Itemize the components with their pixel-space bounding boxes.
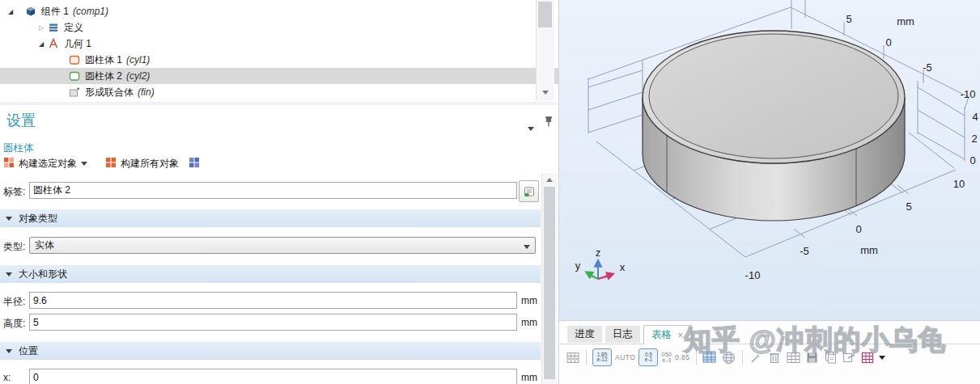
pin-icon[interactable]	[544, 116, 554, 131]
cylinder1-icon	[68, 53, 81, 66]
scroll-up-button[interactable]	[542, 173, 557, 186]
full-precision-label2: e-12	[596, 357, 607, 363]
new-table-icon[interactable]	[860, 350, 876, 365]
settings-toolbar: 构建选定对象 构建所有对象	[3, 155, 200, 171]
full-precision-button[interactable]: 1.85 e-12	[592, 348, 612, 366]
tree-item-tag: (cyl1)	[126, 54, 150, 65]
combo-arrow-icon[interactable]	[524, 245, 530, 249]
cylinder2-icon	[68, 70, 81, 82]
tree-item-label: 定义	[64, 21, 83, 35]
settings-menu-icon[interactable]	[528, 120, 534, 134]
type-select[interactable]: 实体	[29, 237, 536, 254]
z-tick-4: 4	[972, 111, 978, 123]
table-view-icon[interactable]	[702, 350, 718, 365]
triad-z-label: z	[596, 247, 601, 259]
x-input[interactable]	[29, 369, 517, 384]
tree-item-cylinder1[interactable]: 圆柱体 1 (cyl1)	[0, 52, 604, 68]
z-tick-0: 0	[969, 154, 975, 167]
decimal-format-button[interactable]: 0.85	[675, 353, 690, 361]
tab-table[interactable]: 表格 ×	[643, 325, 692, 344]
tree-item-definitions[interactable]: ▷ 定义	[0, 19, 573, 36]
x-caption: x:	[3, 372, 11, 383]
geometry-grid-icon[interactable]	[189, 157, 200, 171]
x-unit: mm	[521, 372, 537, 383]
radius-input[interactable]	[29, 292, 517, 309]
expander-icon[interactable]: ◢	[6, 8, 15, 15]
cylinder-3d-object[interactable]	[643, 31, 905, 221]
settings-node-type: 圆柱体	[3, 141, 34, 155]
build-selected-button[interactable]: 构建选定对象	[19, 157, 77, 171]
triad-y-label: y	[575, 260, 581, 272]
x-tick-minus5: -5	[800, 245, 809, 257]
form-union-icon: *	[68, 86, 81, 99]
rename-button[interactable]	[519, 180, 539, 202]
copy-table-icon[interactable]	[823, 350, 838, 365]
expander-icon[interactable]: ▷	[37, 24, 45, 32]
tab-progress[interactable]: 进度	[567, 326, 602, 343]
label-input[interactable]	[29, 182, 517, 199]
svg-text:*: *	[77, 86, 80, 94]
tree-item-label: 几何 1	[64, 37, 91, 51]
precision-settings-icon[interactable]	[565, 350, 580, 365]
auto-precision-button[interactable]: AUTO	[615, 353, 635, 361]
table-grid-icon[interactable]	[786, 350, 801, 365]
definitions-list-icon	[47, 21, 60, 34]
x-tick-minus10: -10	[745, 269, 761, 281]
build-all-icon	[105, 157, 117, 171]
model-tree-panel: ◢ 组件 1 (comp1) ▷ 定义 ◢ 几何 1 圆柱体 1	[0, 0, 557, 105]
type-select-value: 实体	[35, 238, 54, 252]
tree-item-geometry1[interactable]: ◢ 几何 1	[0, 36, 573, 52]
y-tick-minus5: -5	[923, 61, 932, 74]
height-input[interactable]	[29, 314, 517, 331]
section-title: 位置	[19, 344, 38, 358]
section-title: 大小和形状	[19, 268, 67, 281]
tree-item-component1[interactable]: ◢ 组件 1 (comp1)	[0, 3, 542, 19]
scrollbar-thumb[interactable]	[544, 187, 555, 379]
plot-sphere-icon[interactable]	[721, 350, 736, 365]
graphics-panel[interactable]: 5 mm 0 -5 -10 4 2 0 10 5 0 -5 mm -10 z y…	[559, 0, 980, 320]
tree-item-tag: (cyl2)	[126, 70, 150, 82]
y-tick-5: 5	[846, 13, 851, 25]
tab-label: 表格	[651, 328, 672, 342]
tree-item-cylinder2[interactable]: 圆柱体 2 (cyl2)	[0, 68, 604, 84]
save-table-icon[interactable]	[804, 350, 820, 365]
geometry-icon	[47, 37, 60, 50]
settings-panel: 设置 圆柱体 构建选定对象 构建所有对象 标签:	[0, 105, 557, 384]
tree-item-form-union[interactable]: * 形成联合体 (fin)	[0, 84, 604, 100]
close-tab-icon[interactable]: ×	[677, 329, 684, 341]
tree-item-label: 组件 1	[41, 5, 69, 19]
display-precision-label2: e-1	[645, 357, 652, 363]
expander-icon[interactable]: ◢	[37, 40, 45, 48]
trash-icon[interactable]	[767, 350, 783, 365]
scroll-down-button[interactable]	[537, 86, 554, 99]
radius-caption: 半径:	[3, 295, 25, 309]
section-title: 对象类型	[19, 212, 57, 226]
tree-scrollbar[interactable]	[536, 0, 554, 101]
radius-unit: mm	[521, 295, 537, 306]
section-collapse-icon[interactable]	[6, 272, 12, 276]
section-position[interactable]: 位置	[0, 342, 541, 360]
tree-item-label: 圆柱体 2	[85, 70, 122, 83]
y-tick-minus10: -10	[961, 88, 976, 100]
exponent-format-button[interactable]: 050 e-3	[661, 352, 672, 364]
export-table-icon[interactable]	[842, 350, 857, 365]
tabs-underline	[559, 344, 980, 344]
section-size-shape[interactable]: 大小和形状	[0, 265, 541, 283]
table-menu-dropdown-icon[interactable]	[879, 356, 885, 360]
settings-scrollbar[interactable]	[541, 173, 558, 384]
dropper-icon[interactable]	[749, 350, 764, 365]
section-collapse-icon[interactable]	[6, 217, 12, 221]
tree-item-tag: (comp1)	[73, 6, 108, 17]
height-unit: mm	[521, 317, 537, 328]
section-object-type[interactable]: 对象类型	[0, 209, 541, 227]
tab-log[interactable]: 日志	[605, 326, 640, 343]
triad-x-label: x	[620, 261, 626, 273]
build-selected-icon	[3, 157, 15, 171]
build-selected-dropdown-icon[interactable]	[81, 162, 87, 166]
scrollbar-thumb[interactable]	[538, 2, 552, 27]
build-all-button[interactable]: 构建所有对象	[121, 157, 179, 171]
unit-label-bottom: mm	[860, 244, 878, 256]
section-collapse-icon[interactable]	[6, 349, 12, 353]
display-precision-button[interactable]: 0.5 e-1	[638, 348, 658, 366]
z-tick-2: 2	[971, 133, 977, 145]
